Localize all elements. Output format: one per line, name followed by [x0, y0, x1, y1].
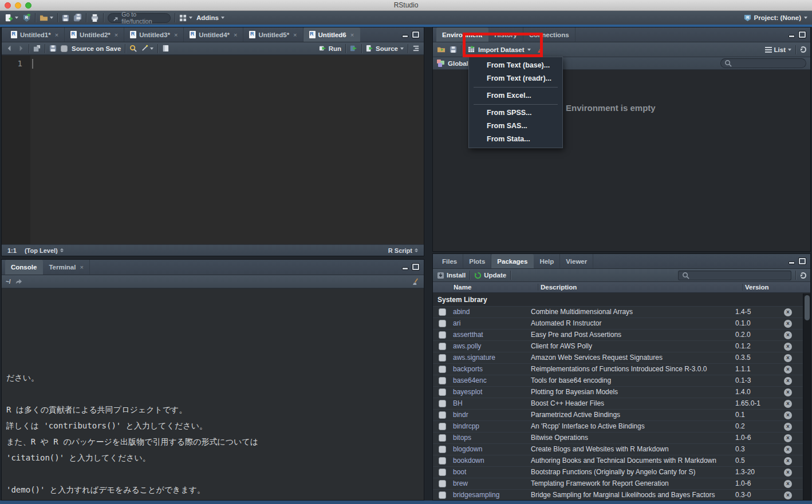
close-tab-icon[interactable]: × — [293, 31, 297, 38]
package-loaded-checkbox[interactable] — [439, 469, 446, 476]
file-type-selector[interactable]: R Script — [388, 247, 418, 254]
description-column-header[interactable]: Description — [538, 284, 742, 291]
packages-pane-tab[interactable]: Packages — [491, 254, 534, 268]
package-name-link[interactable]: bindrcpp — [446, 422, 531, 431]
open-in-window-icon[interactable] — [33, 45, 41, 52]
close-tab-icon[interactable]: × — [234, 31, 237, 38]
package-loaded-checkbox[interactable] — [439, 343, 446, 350]
save-icon[interactable] — [49, 45, 57, 52]
close-tab-icon[interactable]: × — [174, 31, 178, 38]
table-row[interactable]: blogdown Create Blogs and Websites with … — [433, 443, 803, 455]
remove-package-button[interactable]: × — [784, 434, 792, 442]
remove-package-button[interactable]: × — [784, 400, 792, 408]
table-row[interactable]: bayesplot Plotting for Bayesian Models 1… — [433, 386, 803, 398]
table-row[interactable]: aws.signature Amazon Web Services Reques… — [433, 352, 803, 363]
menu-item[interactable]: From Stata... — [469, 133, 562, 146]
table-row[interactable]: BH Boost C++ Header Files 1.65.0-1 × — [433, 398, 803, 409]
menu-item[interactable]: From SPSS... — [469, 106, 562, 120]
package-name-link[interactable]: base64enc — [446, 376, 531, 385]
table-row[interactable]: aws.polly Client for AWS Polly 0.1.2 × — [433, 340, 803, 352]
package-loaded-checkbox[interactable] — [439, 400, 446, 407]
table-row[interactable]: bindrcpp An 'Rcpp' Interface to Active B… — [433, 420, 803, 432]
remove-package-button[interactable]: × — [784, 320, 792, 328]
project-menu-button[interactable]: R Project: (None) — [744, 14, 807, 22]
rerun-icon[interactable] — [350, 45, 357, 52]
minimize-pane-icon[interactable] — [402, 35, 408, 38]
new-project-button[interactable]: R — [22, 14, 31, 22]
package-loaded-checkbox[interactable] — [439, 366, 446, 373]
close-tab-icon[interactable]: × — [115, 31, 118, 38]
remove-package-button[interactable]: × — [784, 469, 792, 477]
package-name-link[interactable]: bridgesampling — [446, 491, 531, 499]
refresh-packages-icon[interactable] — [800, 272, 806, 279]
packages-pane-tab[interactable]: Help — [534, 254, 560, 268]
source-tab[interactable]: Untitled2* × — [65, 27, 124, 42]
open-file-button[interactable] — [40, 14, 53, 22]
version-column-header[interactable]: Version — [742, 284, 810, 291]
package-loaded-checkbox[interactable] — [439, 377, 446, 384]
package-loaded-checkbox[interactable] — [439, 411, 446, 419]
close-tab-icon[interactable]: × — [80, 264, 83, 271]
addins-grid-button[interactable] — [179, 14, 192, 22]
console-tab[interactable]: Terminal × — [43, 260, 90, 275]
table-row[interactable]: ari Automated R Instructor 0.1.0 × — [433, 318, 803, 329]
goto-directory-icon[interactable] — [15, 278, 22, 285]
install-button[interactable]: Install — [437, 272, 466, 279]
menu-item[interactable]: From SAS... — [469, 120, 562, 133]
goto-file-function-input[interactable]: Go to file/function — [108, 13, 171, 23]
package-loaded-checkbox[interactable] — [439, 480, 446, 487]
table-row[interactable]: boot Bootstrap Functions (Originally by … — [433, 466, 803, 478]
package-loaded-checkbox[interactable] — [439, 457, 446, 465]
menu-item[interactable]: From Excel... — [469, 89, 562, 102]
source-tab[interactable]: Untitled1* × — [5, 27, 65, 42]
remove-package-button[interactable]: × — [784, 343, 792, 351]
source-tab[interactable]: Untitled6 × — [303, 27, 361, 42]
package-loaded-checkbox[interactable] — [439, 388, 446, 396]
print-button[interactable] — [90, 14, 99, 22]
back-icon[interactable] — [6, 45, 13, 52]
packages-pane-tab[interactable]: Plots — [463, 254, 491, 268]
load-workspace-icon[interactable] — [437, 45, 446, 54]
package-loaded-checkbox[interactable] — [439, 308, 446, 316]
package-name-link[interactable]: BH — [446, 399, 531, 408]
package-name-link[interactable]: blogdown — [446, 445, 531, 454]
packages-search-input[interactable] — [678, 271, 791, 280]
update-button[interactable]: Update — [474, 272, 506, 279]
source-tab[interactable]: Untitled3* × — [124, 27, 184, 42]
source-tab[interactable]: Untitled5* × — [243, 27, 303, 42]
table-row[interactable]: abind Combine Multidimensional Arrays 1.… — [433, 306, 803, 318]
console-output[interactable]: ださい。R は多くの貢献者による共同プロジェクトです。詳しくは 'contrib… — [2, 289, 424, 500]
remove-package-button[interactable]: × — [784, 366, 792, 374]
close-tab-icon[interactable]: × — [350, 31, 354, 38]
remove-package-button[interactable]: × — [784, 457, 792, 465]
minimize-pane-icon[interactable] — [789, 261, 795, 264]
remove-package-button[interactable]: × — [784, 308, 792, 316]
package-name-link[interactable]: ari — [446, 319, 531, 328]
clear-console-icon[interactable] — [412, 278, 420, 285]
save-all-button[interactable] — [73, 14, 82, 22]
compile-report-icon[interactable] — [162, 45, 170, 52]
package-loaded-checkbox[interactable] — [439, 434, 446, 442]
maximize-pane-icon[interactable] — [412, 264, 419, 270]
new-file-caret[interactable] — [15, 17, 18, 19]
minimize-pane-icon[interactable] — [789, 35, 795, 38]
remove-package-button[interactable]: × — [784, 491, 792, 499]
new-file-button[interactable] — [5, 14, 18, 22]
package-name-link[interactable]: bookdown — [446, 457, 531, 465]
menu-item[interactable]: From Text (readr)... — [469, 72, 562, 85]
table-row[interactable]: assertthat Easy Pre and Post Assertions … — [433, 329, 803, 340]
source-tab[interactable]: Untitled4* × — [184, 27, 243, 42]
code-tools-button[interactable] — [141, 45, 153, 52]
remove-package-button[interactable]: × — [784, 377, 792, 385]
menu-item[interactable]: From Text (base)... — [469, 59, 562, 72]
open-file-caret[interactable] — [50, 17, 53, 19]
source-on-save-checkbox[interactable] — [61, 45, 68, 52]
editor-text-area[interactable] — [30, 55, 424, 244]
package-loaded-checkbox[interactable] — [439, 354, 446, 362]
console-tab[interactable]: Console × — [5, 260, 43, 275]
addins-grid-caret[interactable] — [189, 17, 192, 19]
package-name-link[interactable]: assertthat — [446, 331, 531, 339]
save-button[interactable] — [62, 14, 69, 21]
remove-package-button[interactable]: × — [784, 388, 792, 396]
remove-package-button[interactable]: × — [784, 331, 792, 339]
